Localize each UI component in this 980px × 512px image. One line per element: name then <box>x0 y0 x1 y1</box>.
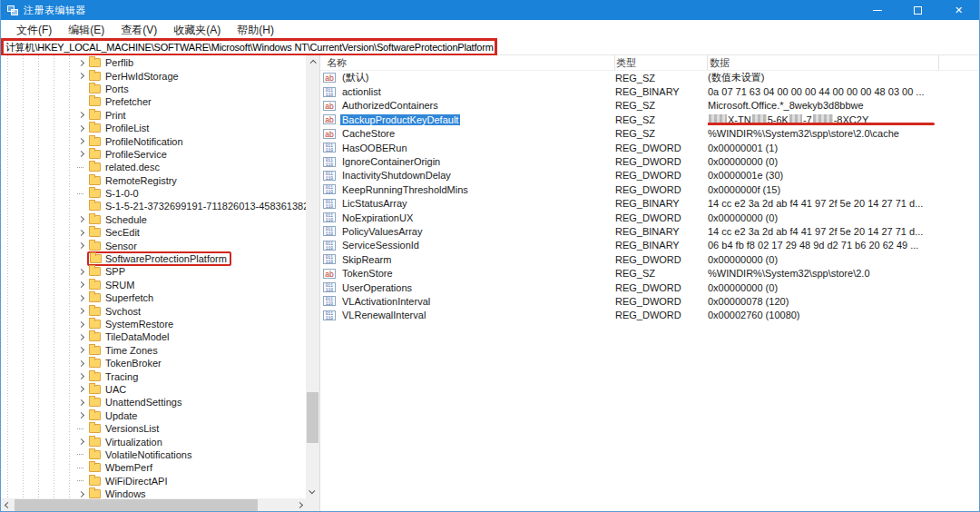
expand-chevron-icon[interactable] <box>77 282 89 287</box>
tree-item-s-1-0-0[interactable]: S-1-0-0 <box>1 187 306 200</box>
value-name-cell[interactable]: 011110HasOOBERun <box>320 143 615 153</box>
tree-item-virtualization[interactable]: Virtualization <box>1 435 306 448</box>
tree-item-schedule[interactable]: Schedule <box>1 213 306 226</box>
close-button[interactable]: ✕ <box>938 0 979 20</box>
expand-chevron-icon[interactable] <box>77 309 89 313</box>
expand-chevron-icon[interactable] <box>77 126 89 131</box>
expand-chevron-icon[interactable] <box>77 322 89 327</box>
value-name-cell[interactable]: abTokenStore <box>320 268 615 279</box>
value-name-cell[interactable]: abCacheStore <box>320 128 615 139</box>
tree-item-tokenbroker[interactable]: TokenBroker <box>1 357 306 369</box>
scroll-up-button[interactable] <box>306 55 319 69</box>
tree-item-profilelist[interactable]: ProfileList <box>1 122 306 134</box>
tree-item-spp[interactable]: SPP <box>1 265 306 278</box>
tree-item-versionslist[interactable]: VersionsList <box>1 422 306 435</box>
tree-item-print[interactable]: Print <box>1 109 306 122</box>
tree-item-unattendsettings[interactable]: UnattendSettings <box>1 396 306 409</box>
expand-chevron-icon[interactable] <box>77 231 89 235</box>
horizontal-scroll-thumb[interactable] <box>15 499 258 511</box>
tree-item-s-1-5-21-3732699191-711826013-458361382[interactable]: S-1-5-21-3732699191-711826013-458361382 <box>1 200 306 212</box>
tree-item-svchost[interactable]: Svchost <box>1 304 306 317</box>
tree-item-perflib[interactable]: Perflib <box>1 56 306 69</box>
tree-item-tiledatamodel[interactable]: TileDataModel <box>1 330 306 343</box>
tree-item-secedit[interactable]: SecEdit <box>1 226 306 239</box>
value-row-ignorecontainerorigin[interactable]: 011110IgnoreContainerOriginREG_DWORD0x00… <box>320 154 979 168</box>
value-row-inactivityshutdowndelay[interactable]: 011110InactivityShutdownDelayREG_DWORD0x… <box>320 169 979 182</box>
tree-item-sensor[interactable]: Sensor <box>1 239 306 251</box>
value-name-cell[interactable]: 011110KeepRunningThresholdMins <box>320 184 615 195</box>
tree-item-windows[interactable]: Windows <box>1 487 306 498</box>
value-row-cachestore[interactable]: abCacheStoreREG_SZ%WINDIR%\System32\spp\… <box>320 127 979 141</box>
value-row-licstatusarray[interactable]: 011110LicStatusArrayREG_BINARY14 cc e2 3… <box>320 197 979 211</box>
expand-chevron-icon[interactable] <box>77 139 89 143</box>
value-row-tokenstore[interactable]: abTokenStoreREG_SZ%WINDIR%\System32\spp\… <box>320 266 979 280</box>
value-name-cell[interactable]: 011110actionlist <box>320 86 615 97</box>
value-row-actionlist[interactable]: 011110actionlistREG_BINARY0a 07 71 63 04… <box>320 84 979 98</box>
tree-item-volatilenotifications[interactable]: VolatileNotifications <box>1 448 306 461</box>
maximize-button[interactable] <box>897 0 938 20</box>
expand-chevron-icon[interactable] <box>77 61 89 65</box>
tree-item-superfetch[interactable]: Superfetch <box>1 291 306 304</box>
value-row-noexpirationux[interactable]: 011110NoExpirationUXREG_DWORD0x00000000 … <box>320 211 979 224</box>
tree-item-profileservice[interactable]: ProfileService <box>1 148 306 161</box>
tree-item-perhwidstorage[interactable]: PerHwIdStorage <box>1 69 306 82</box>
value-name-cell[interactable]: 011110PolicyValuesArray <box>320 226 615 237</box>
column-header-name[interactable]: 名称 <box>320 55 615 70</box>
tree-item-srum[interactable]: SRUM <box>1 279 306 291</box>
vertical-scroll-thumb[interactable] <box>307 392 318 443</box>
expand-chevron-icon[interactable] <box>77 335 89 340</box>
value-name-cell[interactable]: 011110IgnoreContainerOrigin <box>320 156 615 167</box>
value-name-cell[interactable]: 011110UserOperations <box>320 282 615 293</box>
tree-item-time-zones[interactable]: Time Zones <box>1 344 306 357</box>
tree-vertical-scrollbar[interactable] <box>306 55 319 498</box>
value-row-hasooberun[interactable]: 011110HasOOBERunREG_DWORD0x00000001 (1) <box>320 141 979 154</box>
column-header-type[interactable]: 类型 <box>615 55 708 70</box>
value-name-cell[interactable]: 011110SkipRearm <box>320 254 615 265</box>
value-row-useroperations[interactable]: 011110UserOperationsREG_DWORD0x00000000 … <box>320 281 979 294</box>
value-row-vlactivationinterval[interactable]: 011110VLActivationIntervalREG_DWORD0x000… <box>320 294 979 308</box>
tree-item-update[interactable]: Update <box>1 409 306 422</box>
expand-chevron-icon[interactable] <box>77 74 89 78</box>
tree-horizontal-scrollbar[interactable] <box>1 498 307 512</box>
value-name-cell[interactable]: 011110VLActivationInterval <box>320 296 615 307</box>
tree-item-profilenotification[interactable]: ProfileNotification <box>1 134 306 147</box>
tree-item-related-desc[interactable]: related.desc <box>1 161 306 173</box>
expand-chevron-icon[interactable] <box>77 348 89 352</box>
value-row-keeprunningthresholdmins[interactable]: 011110KeepRunningThresholdMinsREG_DWORD0… <box>320 182 979 196</box>
value-row-authorizedcontainers[interactable]: abAuthorizedContainersREG_SZMicrosoft.Of… <box>320 99 979 113</box>
scroll-down-button[interactable] <box>306 485 319 498</box>
expand-chevron-icon[interactable] <box>77 400 89 405</box>
expand-chevron-icon[interactable] <box>77 374 89 379</box>
registry-path[interactable]: 计算机\HKEY_LOCAL_MACHINE\SOFTWARE\Microsof… <box>4 41 494 54</box>
value-name-cell[interactable]: 011110InactivityShutdownDelay <box>320 170 615 181</box>
expand-chevron-icon[interactable] <box>77 296 89 300</box>
tree-item-tracing[interactable]: Tracing <box>1 369 306 382</box>
expand-chevron-icon[interactable] <box>77 361 89 366</box>
tree-item-ports[interactable]: Ports <box>1 83 306 95</box>
tree-item-softwareprotectionplatform[interactable]: SoftwareProtectionPlatform <box>1 252 306 265</box>
expand-chevron-icon[interactable] <box>77 113 89 117</box>
expand-chevron-icon[interactable] <box>77 243 89 248</box>
minimize-button[interactable] <box>857 0 897 20</box>
value-row-vlrenewalinterval[interactable]: 011110VLRenewalIntervalREG_DWORD0x000027… <box>320 309 979 322</box>
expand-chevron-icon[interactable] <box>77 217 89 222</box>
value-name-cell[interactable]: abAuthorizedContainers <box>320 100 615 111</box>
expand-chevron-icon[interactable] <box>77 492 89 497</box>
value-row-policyvaluesarray[interactable]: 011110PolicyValuesArrayREG_BINARY14 cc e… <box>320 224 979 238</box>
column-header-data[interactable]: 数据 <box>708 55 939 70</box>
value-row-backupproductkeydefault[interactable]: abBackupProductKeyDefaultREG_SZX-TN5-6K-… <box>320 113 979 126</box>
value-name-cell[interactable]: 011110ServiceSessionId <box>320 240 615 251</box>
value-name-cell[interactable]: ab(默认) <box>320 71 615 84</box>
tree-item-prefetcher[interactable]: Prefetcher <box>1 95 306 108</box>
scroll-left-button[interactable] <box>1 498 15 512</box>
value-row-servicesessionid[interactable]: 011110ServiceSessionIdREG_BINARY06 b4 fb… <box>320 239 979 252</box>
scroll-right-button[interactable] <box>293 498 307 512</box>
expand-chevron-icon[interactable] <box>77 270 89 274</box>
tree-item-remoteregistry[interactable]: RemoteRegistry <box>1 174 306 187</box>
tree-item-wbemperf[interactable]: WbemPerf <box>1 461 306 474</box>
expand-chevron-icon[interactable] <box>77 439 89 444</box>
value-row-skiprearm[interactable]: 011110SkipRearmREG_DWORD0x00000000 (0) <box>320 252 979 266</box>
value-name-cell[interactable]: abBackupProductKeyDefault <box>320 114 615 125</box>
address-bar[interactable]: 计算机\HKEY_LOCAL_MACHINE\SOFTWARE\Microsof… <box>1 40 979 55</box>
value-row--[interactable]: ab(默认)REG_SZ(数值未设置) <box>320 71 979 84</box>
